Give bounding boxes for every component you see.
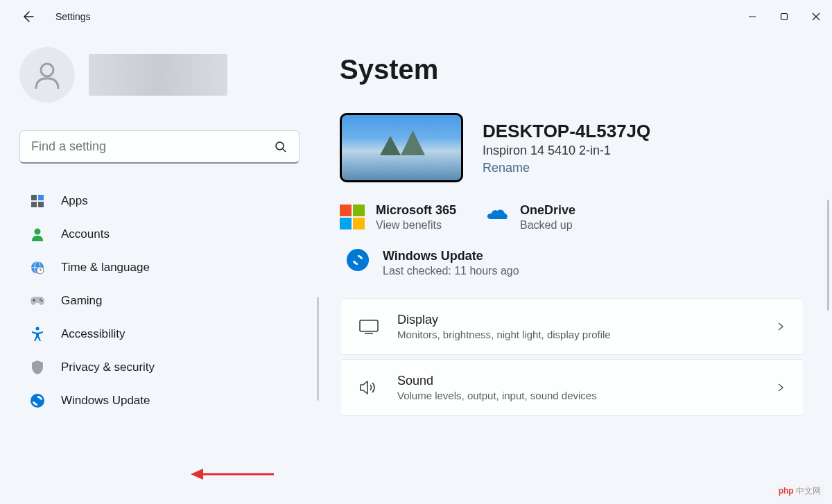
card-sub: View benefits	[376, 219, 456, 232]
nav-label: Windows Update	[61, 394, 150, 408]
back-arrow-icon	[21, 10, 35, 24]
device-wallpaper-thumb[interactable]	[340, 113, 463, 182]
nav-item-time-language[interactable]: Time & language	[19, 251, 300, 284]
user-name-redacted	[89, 54, 227, 96]
svg-rect-5	[31, 195, 37, 200]
card-title: OneDrive	[520, 203, 575, 218]
minimize-icon	[748, 12, 756, 21]
avatar	[19, 47, 75, 103]
microsoft-logo-icon	[340, 205, 365, 229]
search-container	[19, 130, 300, 164]
accounts-icon	[29, 226, 46, 243]
update-sync-icon	[347, 249, 369, 271]
privacy-security-icon	[29, 359, 46, 376]
nav-label: Gaming	[61, 294, 103, 308]
svg-rect-8	[38, 202, 44, 207]
card-title: Microsoft 365	[376, 203, 456, 218]
user-profile[interactable]	[19, 47, 300, 103]
svg-point-17	[41, 300, 42, 302]
nav-item-windows-update[interactable]: Windows Update	[19, 384, 300, 417]
svg-line-4	[283, 149, 286, 152]
card-sub: Backed up	[520, 219, 575, 232]
nav-label: Accounts	[61, 227, 110, 241]
status-cards: Microsoft 365 View benefits OneDrive Bac…	[340, 203, 804, 232]
svg-rect-22	[360, 320, 378, 331]
page-title: System	[340, 54, 804, 85]
svg-point-16	[40, 299, 41, 300]
svg-point-2	[41, 64, 53, 76]
rename-link[interactable]: Rename	[483, 161, 650, 175]
svg-point-9	[35, 229, 41, 235]
windows-update-icon	[29, 392, 46, 409]
sound-icon	[358, 377, 379, 398]
card-sub: Last checked: 11 hours ago	[383, 265, 519, 277]
back-button[interactable]	[14, 3, 42, 31]
time-language-icon	[29, 259, 46, 276]
windows-update-card[interactable]: Windows Update Last checked: 11 hours ag…	[340, 249, 804, 277]
close-icon	[812, 12, 820, 21]
setting-title: Display	[397, 313, 758, 327]
svg-rect-7	[31, 202, 37, 207]
chevron-right-icon	[776, 322, 786, 331]
device-name: DESKTOP-4L537JQ	[483, 121, 650, 142]
nav-item-apps[interactable]: Apps	[19, 184, 300, 218]
svg-rect-6	[38, 195, 44, 200]
main-content: System DESKTOP-4L537JQ Inspiron 14 5410 …	[319, 33, 832, 504]
onedrive-icon	[484, 205, 509, 229]
search-icon	[275, 141, 287, 153]
setting-item-display[interactable]: Display Monitors, brightness, night ligh…	[340, 298, 804, 355]
minimize-button[interactable]	[736, 6, 768, 28]
svg-point-3	[276, 142, 284, 150]
app-title: Settings	[55, 11, 91, 22]
close-button[interactable]	[800, 6, 832, 28]
setting-sub: Volume levels, output, input, sound devi…	[397, 390, 758, 401]
nav-label: Time & language	[61, 261, 150, 275]
svg-rect-1	[781, 14, 788, 20]
setting-title: Sound	[397, 374, 758, 388]
nav-list: Apps Accounts Time & language Gaming Acc…	[19, 184, 300, 417]
device-info: DESKTOP-4L537JQ Inspiron 14 5410 2-in-1 …	[483, 121, 650, 175]
svg-point-20	[36, 327, 40, 331]
nav-label: Accessibility	[61, 327, 125, 341]
gaming-icon	[29, 293, 46, 309]
card-title: Windows Update	[383, 249, 519, 263]
apps-icon	[29, 193, 46, 209]
search-input[interactable]	[19, 130, 300, 164]
maximize-icon	[780, 12, 788, 21]
device-model: Inspiron 14 5410 2-in-1	[483, 144, 650, 158]
person-icon	[32, 60, 62, 90]
nav-label: Apps	[61, 194, 88, 208]
setting-item-sound[interactable]: Sound Volume levels, output, input, soun…	[340, 359, 804, 416]
main-scroll-indicator[interactable]	[827, 200, 829, 311]
sidebar: Apps Accounts Time & language Gaming Acc…	[0, 33, 319, 504]
window-controls	[736, 6, 832, 28]
nav-item-accounts[interactable]: Accounts	[19, 218, 300, 251]
onedrive-card[interactable]: OneDrive Backed up	[484, 203, 575, 232]
title-bar: Settings	[0, 0, 832, 33]
nav-item-privacy-security[interactable]: Privacy & security	[19, 351, 300, 384]
chevron-right-icon	[776, 383, 786, 392]
settings-list: Display Monitors, brightness, night ligh…	[340, 298, 804, 416]
display-icon	[358, 316, 379, 337]
microsoft-365-card[interactable]: Microsoft 365 View benefits	[340, 203, 456, 232]
accessibility-icon	[29, 326, 46, 342]
nav-item-accessibility[interactable]: Accessibility	[19, 318, 300, 351]
watermark: php 中文网	[774, 484, 825, 498]
setting-sub: Monitors, brightness, night light, displ…	[397, 329, 758, 340]
maximize-button[interactable]	[768, 6, 800, 28]
nav-item-gaming[interactable]: Gaming	[19, 284, 300, 318]
device-info-row: DESKTOP-4L537JQ Inspiron 14 5410 2-in-1 …	[340, 113, 804, 182]
nav-label: Privacy & security	[61, 360, 155, 374]
